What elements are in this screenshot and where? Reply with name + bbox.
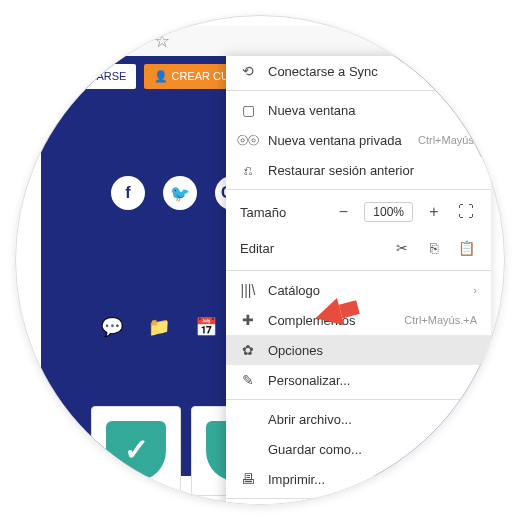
menu-options[interactable]: ✿ Opciones	[226, 335, 491, 365]
chevron-right-icon: ›	[473, 284, 477, 296]
bookmark-star-icon[interactable]: ☆	[154, 30, 170, 52]
library-icon: |||\	[240, 282, 256, 298]
menu-label: Opciones	[268, 343, 477, 358]
menu-label: Restaurar sesión anterior	[268, 163, 477, 178]
separator	[226, 399, 491, 400]
zoom-value: 100%	[364, 202, 413, 222]
copy-button[interactable]: ⎘	[423, 237, 445, 259]
cut-button[interactable]: ✂	[391, 237, 413, 259]
menu-edit: Editar ✂ ⎘ 📋	[226, 230, 491, 266]
menu-find[interactable]: 🔍 Buscar en esta página	[226, 503, 491, 505]
separator	[226, 498, 491, 499]
menu-restore-session[interactable]: ⎌ Restaurar sesión anterior	[226, 155, 491, 185]
zoom-out-button[interactable]: −	[332, 201, 354, 223]
menu-label: Catálogo	[268, 283, 461, 298]
shortcut: Ctrl+Mayús.+A	[404, 314, 477, 326]
window-icon: ▢	[240, 102, 256, 118]
mask-icon: ⦾⦾	[240, 132, 256, 148]
menu-sync[interactable]: ⟲ Conectarse a Sync	[226, 56, 491, 86]
chat-icon[interactable]: 💬	[101, 316, 123, 338]
menu-label: Nueva ventana privada	[268, 133, 406, 148]
folder-icon[interactable]: 📁	[148, 316, 170, 338]
menu-label: Personalizar...	[268, 373, 477, 388]
separator	[226, 90, 491, 91]
menu-new-window[interactable]: ▢ Nueva ventana	[226, 95, 491, 125]
zoom-label: Tamaño	[240, 205, 322, 220]
shortcut: Ctrl	[460, 413, 477, 425]
menu-zoom: Tamaño − 100% + ⛶	[226, 194, 491, 230]
menu-open-file[interactable]: Abrir archivo... Ctrl	[226, 404, 491, 434]
menu-label: Imprimir...	[268, 472, 477, 487]
browser-menu: ⟲ Conectarse a Sync ▢ Nueva ventana ⦾⦾ N…	[226, 56, 491, 505]
zoom-in-button[interactable]: +	[423, 201, 445, 223]
shortcut: Ctrl+Mayús.	[418, 134, 477, 146]
restore-icon: ⎌	[240, 162, 256, 178]
puzzle-icon: ✚	[240, 312, 256, 328]
menu-print[interactable]: 🖶 Imprimir...	[226, 464, 491, 494]
menu-label: Conectarse a Sync	[268, 64, 477, 79]
overflow-icon[interactable]: •••	[91, 32, 114, 50]
create-account-button[interactable]: 👤 CREAR CU	[144, 64, 239, 89]
paste-button[interactable]: 📋	[455, 237, 477, 259]
separator	[226, 270, 491, 271]
twitter-icon[interactable]: 🐦	[163, 176, 197, 210]
pocket-icon[interactable]	[126, 33, 142, 49]
card-item[interactable]	[91, 406, 181, 496]
login-button[interactable]: NTIFICARSE	[51, 64, 136, 89]
menu-label: Abrir archivo...	[268, 412, 448, 427]
menu-catalog[interactable]: |||\ Catálogo ›	[226, 275, 491, 305]
browser-toolbar: ••• ☆ |||\	[81, 26, 481, 56]
calendar-icon[interactable]: 📅	[195, 316, 217, 338]
sync-icon: ⟲	[240, 63, 256, 79]
fullscreen-button[interactable]: ⛶	[455, 201, 477, 223]
library-icon[interactable]: |||\	[464, 31, 471, 52]
menu-label: Guardar como...	[268, 442, 477, 457]
shield-icon	[106, 421, 166, 481]
printer-icon: 🖶	[240, 471, 256, 487]
menu-new-private-window[interactable]: ⦾⦾ Nueva ventana privada Ctrl+Mayús.	[226, 125, 491, 155]
menu-save-as[interactable]: Guardar como...	[226, 434, 491, 464]
menu-label: Nueva ventana	[268, 103, 477, 118]
separator	[226, 189, 491, 190]
edit-label: Editar	[240, 241, 381, 256]
facebook-icon[interactable]: f	[111, 176, 145, 210]
menu-customize[interactable]: ✎ Personalizar...	[226, 365, 491, 395]
paintbrush-icon: ✎	[240, 372, 256, 388]
gear-icon: ✿	[240, 342, 256, 358]
